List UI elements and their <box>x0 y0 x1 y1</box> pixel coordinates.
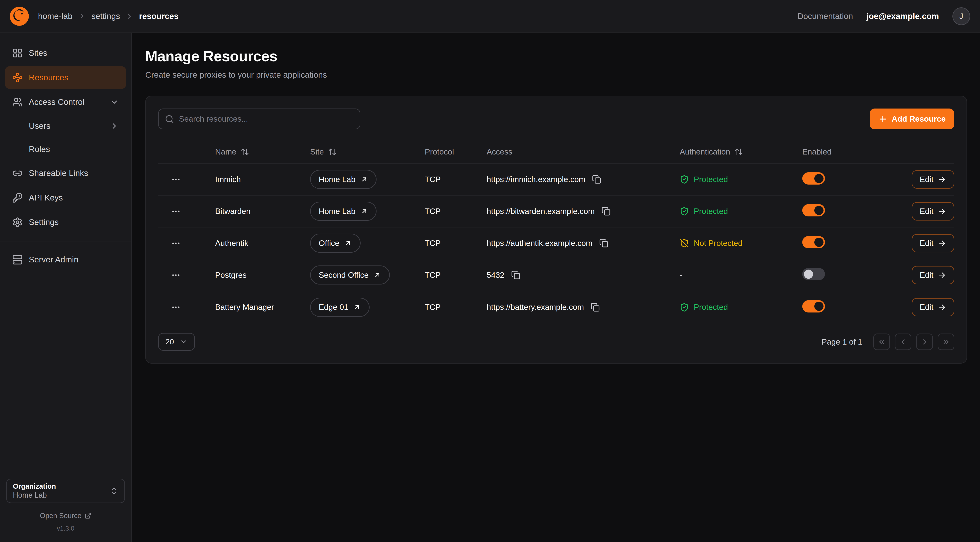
app-logo-icon[interactable] <box>10 7 29 26</box>
enabled-toggle[interactable] <box>802 268 825 280</box>
breadcrumb-org[interactable]: home-lab <box>38 11 73 21</box>
sidebar-divider <box>0 242 131 242</box>
copy-button[interactable] <box>601 207 611 216</box>
topbar-right: Documentation joe@example.com J <box>797 7 970 25</box>
user-email[interactable]: joe@example.com <box>866 11 939 21</box>
row-menu-button[interactable] <box>168 299 184 315</box>
sort-authentication-button[interactable] <box>735 148 743 156</box>
row-menu-button[interactable] <box>168 172 184 187</box>
sidebar-item-label: Settings <box>29 217 59 227</box>
resource-access-url: 5432 <box>487 271 504 280</box>
table-row: Authentik Office TCP https://authentik.e… <box>158 228 954 259</box>
edit-button[interactable]: Edit <box>912 234 954 252</box>
toggle-knob <box>814 302 824 311</box>
authentication-status: Protected <box>680 303 802 312</box>
site-link-button[interactable]: Home Lab <box>310 170 377 189</box>
avatar[interactable]: J <box>953 7 970 25</box>
table-footer: 20 Page 1 of 1 <box>158 333 954 351</box>
page-info: Page 1 of 1 <box>822 338 862 346</box>
search-input[interactable] <box>158 108 360 129</box>
toggle-knob <box>804 269 813 279</box>
enabled-toggle[interactable] <box>802 300 825 312</box>
site-name: Office <box>319 239 339 248</box>
page-size-select[interactable]: 20 <box>158 333 195 351</box>
resource-access-url: https://battery.example.com <box>487 303 584 312</box>
sidebar-item-settings[interactable]: Settings <box>5 211 126 234</box>
copy-button[interactable] <box>511 270 520 280</box>
site-link-button[interactable]: Office <box>310 234 361 253</box>
row-menu-button[interactable] <box>168 235 184 251</box>
add-resource-button[interactable]: Add Resource <box>870 108 954 129</box>
chevrons-left-icon <box>877 338 886 346</box>
row-menu-button[interactable] <box>168 203 184 219</box>
chevron-down-icon <box>180 338 188 346</box>
resource-access-url: https://authentik.example.com <box>487 239 592 248</box>
sidebar-item-users[interactable]: Users <box>5 115 126 137</box>
sidebar-item-server-admin[interactable]: Server Admin <box>5 248 126 271</box>
users-icon <box>12 97 23 107</box>
ellipsis-icon <box>171 175 181 184</box>
chevron-right-icon <box>110 121 119 131</box>
resource-name: Postgres <box>215 271 310 280</box>
enabled-toggle[interactable] <box>802 204 825 217</box>
app-root: home-lab settings resources Documentatio… <box>0 0 980 542</box>
authentication-status: Protected <box>680 207 802 216</box>
sidebar-item-shareable-links[interactable]: Shareable Links <box>5 162 126 185</box>
sidebar-item-roles[interactable]: Roles <box>5 139 126 160</box>
site-link-button[interactable]: Edge 01 <box>310 298 369 317</box>
row-menu-button[interactable] <box>168 267 184 283</box>
key-icon <box>12 193 23 203</box>
sidebar-item-api-keys[interactable]: API Keys <box>5 187 126 209</box>
last-page-button[interactable] <box>938 333 954 350</box>
edit-button[interactable]: Edit <box>912 266 954 284</box>
column-header-access: Access <box>487 147 680 156</box>
organization-picker[interactable]: Organization Home Lab <box>6 479 125 503</box>
table-row: Postgres Second Office TCP 5432 - Edit <box>158 259 954 291</box>
site-link-button[interactable]: Second Office <box>310 266 390 284</box>
resource-name: Immich <box>215 175 310 184</box>
copy-button[interactable] <box>592 175 601 184</box>
copy-button[interactable] <box>599 239 608 248</box>
enabled-toggle[interactable] <box>802 236 825 248</box>
toggle-knob <box>814 174 824 183</box>
first-page-button[interactable] <box>873 333 890 350</box>
add-resource-label: Add Resource <box>892 115 946 123</box>
breadcrumb-resources[interactable]: resources <box>139 11 178 21</box>
enabled-toggle[interactable] <box>802 172 825 185</box>
chevron-down-icon <box>110 97 119 107</box>
arrow-up-right-icon <box>344 239 352 247</box>
table-toolbar: Add Resource <box>158 108 954 129</box>
resource-protocol: TCP <box>425 175 487 184</box>
edit-button[interactable]: Edit <box>912 298 954 316</box>
arrow-right-icon <box>938 175 946 184</box>
sort-name-button[interactable] <box>241 148 249 156</box>
sidebar-item-label: Roles <box>29 145 50 154</box>
sidebar-bottom: Organization Home Lab Open Source v1.3.0 <box>0 479 131 532</box>
edit-button[interactable]: Edit <box>912 170 954 189</box>
open-source-link[interactable]: Open Source <box>6 512 125 520</box>
grid-icon <box>12 48 23 58</box>
ellipsis-icon <box>171 238 181 248</box>
search-icon <box>165 115 174 124</box>
sort-site-button[interactable] <box>328 148 337 156</box>
organization-picker-text: Organization Home Lab <box>13 482 56 499</box>
external-link-icon <box>84 512 91 519</box>
previous-page-button[interactable] <box>895 333 912 350</box>
sidebar-item-sites[interactable]: Sites <box>5 42 126 64</box>
copy-icon <box>592 175 601 184</box>
sidebar-item-access-control[interactable]: Access Control <box>5 91 126 113</box>
shield-check-icon <box>680 303 689 312</box>
edit-button[interactable]: Edit <box>912 202 954 220</box>
breadcrumb-settings[interactable]: settings <box>92 11 120 21</box>
documentation-link[interactable]: Documentation <box>797 11 853 21</box>
table-header-row: Name Site Protocol Access <box>158 140 954 164</box>
table-row: Immich Home Lab TCP https://immich.examp… <box>158 164 954 196</box>
search-box <box>158 108 360 129</box>
resource-access-url: https://bitwarden.example.com <box>487 207 595 216</box>
sidebar-item-resources[interactable]: Resources <box>5 66 126 89</box>
copy-button[interactable] <box>590 303 600 312</box>
next-page-button[interactable] <box>916 333 933 350</box>
site-link-button[interactable]: Home Lab <box>310 202 377 221</box>
resource-name: Battery Manager <box>215 303 310 312</box>
sidebar-item-label: Shareable Links <box>29 168 88 178</box>
